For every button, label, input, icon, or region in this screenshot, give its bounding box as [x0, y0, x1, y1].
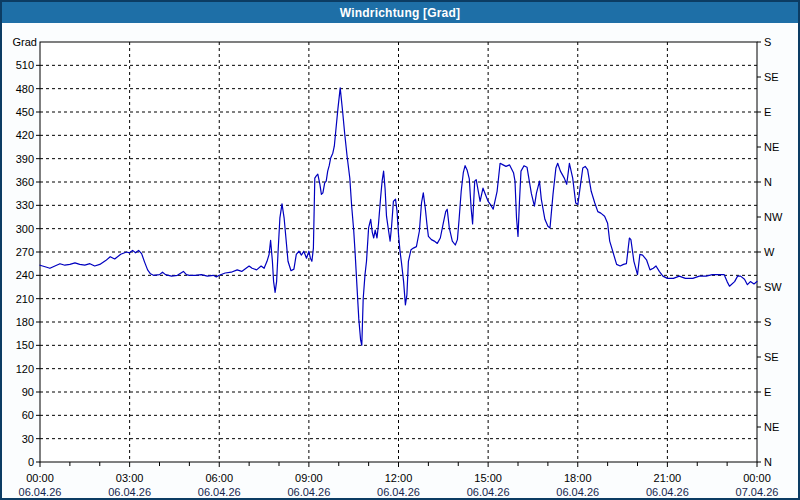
y-right-tick-label-0: N [764, 456, 772, 468]
y-right-tick-label-135: SE [764, 351, 779, 363]
y-right-tick-label-450: E [764, 106, 771, 118]
y-right-tick-label-360: N [764, 176, 772, 188]
y-left-tick-label-450: 450 [16, 106, 34, 118]
y-left-tick-label-180: 180 [16, 316, 34, 328]
x-time-label-18: 18:00 [564, 472, 592, 484]
y-left-tick-label-0: 0 [28, 456, 34, 468]
y-left-tick-label-120: 120 [16, 363, 34, 375]
x-time-label-6: 06:00 [205, 472, 233, 484]
y-left-tick-label-90: 90 [22, 386, 34, 398]
y-right-tick-label-90: E [764, 386, 771, 398]
y-left-tick-label-240: 240 [16, 269, 34, 281]
x-time-label-9: 09:00 [295, 472, 323, 484]
y-left-tick-label-150: 150 [16, 339, 34, 351]
y-right-tick-label-180: S [764, 316, 771, 328]
x-date-label-0: 06.04.26 [19, 486, 62, 498]
y-left-tick-label-270: 270 [16, 246, 34, 258]
x-date-label-21: 06.04.26 [646, 486, 689, 498]
y-right-tick-label-540: S [764, 36, 771, 48]
y-right-tick-label-315: NW [764, 211, 783, 223]
y-left-tick-label-30: 30 [22, 433, 34, 445]
y-right-tick-label-270: W [764, 246, 775, 258]
y-left-tick-label-420: 420 [16, 129, 34, 141]
x-date-label-6: 06.04.26 [198, 486, 241, 498]
y-right-tick-label-225: SW [764, 281, 782, 293]
y-left-tick-label-390: 390 [16, 153, 34, 165]
x-date-label-9: 06.04.26 [287, 486, 330, 498]
y-left-tick-label-360: 360 [16, 176, 34, 188]
x-date-label-15: 06.04.26 [467, 486, 510, 498]
y-right-tick-label-405: NE [764, 141, 779, 153]
x-date-label-24: 07.04.26 [736, 486, 779, 498]
y-right-tick-label-495: SE [764, 71, 779, 83]
x-date-label-18: 06.04.26 [556, 486, 599, 498]
y-left-tick-label-60: 60 [22, 409, 34, 421]
y-left-tick-label-480: 480 [16, 83, 34, 95]
y-axis-title: Grad [13, 36, 37, 48]
chart-window: Windrichtung [Grad] 03060901201501802102… [0, 0, 800, 500]
x-time-label-12: 12:00 [385, 472, 413, 484]
x-date-label-3: 06.04.26 [108, 486, 151, 498]
x-date-label-12: 06.04.26 [377, 486, 420, 498]
x-time-label-21: 21:00 [654, 472, 682, 484]
x-time-label-3: 03:00 [116, 472, 144, 484]
wind-direction-chart: 0306090120150180210240270300330360390420… [2, 2, 798, 498]
y-left-tick-label-510: 510 [16, 59, 34, 71]
x-time-label-0: 00:00 [26, 472, 54, 484]
y-left-tick-label-300: 300 [16, 223, 34, 235]
x-time-label-15: 15:00 [474, 472, 502, 484]
y-right-tick-label-45: NE [764, 421, 779, 433]
y-left-tick-label-210: 210 [16, 293, 34, 305]
y-left-tick-label-330: 330 [16, 199, 34, 211]
x-time-label-24: 00:00 [743, 472, 771, 484]
